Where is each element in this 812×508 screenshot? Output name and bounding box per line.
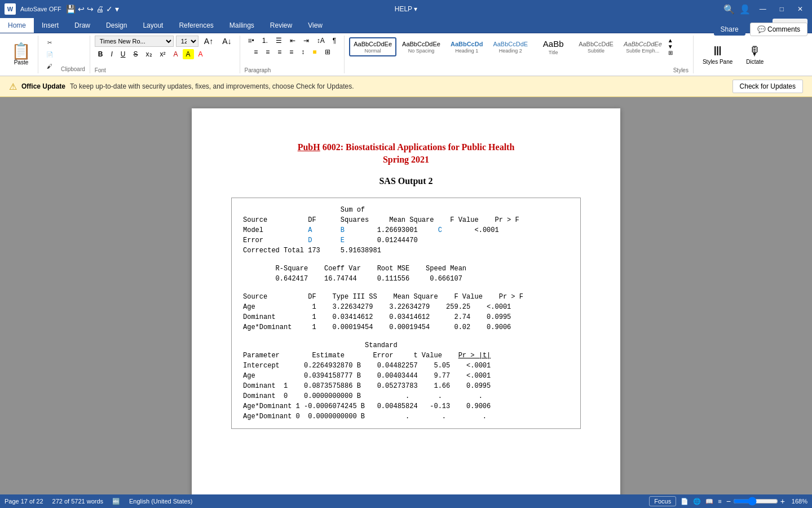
tab-insert[interactable]: Insert — [34, 18, 67, 33]
titlebar: W AutoSave OFF 💾 ↩ ↪ 🖨 ✓ ▾ HELP ▾ 🔍 👤 — … — [0, 0, 812, 18]
pubh-underline: PubH — [298, 142, 320, 152]
sas-table3-header: Standard Parameter Estimate Error t Valu… — [243, 340, 569, 361]
share-button[interactable]: Share — [714, 23, 745, 36]
subscript-button[interactable]: x₂ — [143, 49, 156, 59]
styles-expand-button[interactable]: ⊞ — [668, 50, 673, 56]
bullets-button[interactable]: ≡• — [245, 36, 258, 46]
user-icon[interactable]: 👤 — [739, 4, 751, 15]
copy-button[interactable]: 📄 — [41, 49, 59, 60]
styles-pane-button[interactable]: Ⅲ Styles Pane — [698, 42, 737, 67]
sort-button[interactable]: ↕A — [314, 36, 328, 46]
tab-home[interactable]: Home — [0, 18, 34, 33]
font-shrink-button[interactable]: A↓ — [219, 36, 235, 47]
multilevel-button[interactable]: ☰ — [272, 36, 285, 46]
underline-button[interactable]: U — [117, 49, 129, 59]
close-btn[interactable]: ✕ — [793, 4, 807, 14]
show-formatting-button[interactable]: ¶ — [329, 36, 339, 46]
bold-button[interactable]: B — [95, 49, 107, 59]
style-subtle-emph-label: Subtle Emph... — [626, 48, 659, 54]
titlebar-left: W AutoSave OFF 💾 ↩ ↪ 🖨 ✓ ▾ — [5, 3, 119, 15]
style-heading2[interactable]: AaBbCcDdE Heading 2 — [488, 37, 532, 56]
tab-layout[interactable]: Layout — [135, 18, 171, 33]
customize-icon[interactable]: ▾ — [115, 5, 119, 14]
web-layout-icon[interactable]: 🌐 — [693, 498, 701, 505]
clipboard-sub: ✂ 📄 🖌 — [38, 36, 59, 73]
spellcheck-icon[interactable]: ✓ — [106, 5, 113, 14]
styles-up-button[interactable]: ▲ — [668, 37, 673, 43]
style-normal-label: Normal — [365, 48, 381, 54]
font-grow-button[interactable]: A↑ — [201, 36, 217, 47]
align-center-button[interactable]: ≡ — [262, 47, 273, 57]
focus-button[interactable]: Focus — [649, 496, 676, 506]
app-logo: W — [5, 3, 16, 15]
line-spacing-button[interactable]: ↕ — [298, 47, 308, 57]
spelling-check-icon[interactable]: 🔤 — [112, 498, 120, 505]
tab-design[interactable]: Design — [98, 18, 135, 33]
superscript-button[interactable]: x² — [157, 49, 169, 59]
tab-review[interactable]: Review — [262, 18, 300, 33]
cut-button[interactable]: ✂ — [41, 37, 59, 48]
decrease-indent-button[interactable]: ⇤ — [286, 36, 299, 46]
copy-icon: 📄 — [46, 51, 53, 58]
font-name-select[interactable]: Times New Ro... — [95, 36, 174, 47]
font-size-select[interactable]: 12 — [176, 36, 198, 47]
style-no-spacing[interactable]: AaBbCcDdEe No Spacing — [398, 37, 445, 56]
tab-mailings[interactable]: Mailings — [222, 18, 262, 33]
format-painter-button[interactable]: 🖌 — [41, 61, 59, 72]
doc-title-line2: Spring 2021 — [231, 155, 581, 165]
numbering-button[interactable]: 1. — [259, 36, 271, 46]
maximize-btn[interactable]: □ — [775, 4, 788, 14]
extra-group: Ⅲ Styles Pane 🎙 Dictate — [694, 36, 773, 73]
style-subtitle[interactable]: AaBbCcDdE Subtitle — [574, 37, 618, 56]
titlebar-right: 🔍 👤 — □ ✕ — [723, 4, 807, 15]
borders-button[interactable]: ⊞ — [321, 47, 334, 57]
highlight-button[interactable]: A — [183, 49, 194, 59]
style-title[interactable]: AaBb Title — [533, 36, 573, 58]
sas-table2-header: Source DF Type III SS Mean Square F Valu… — [243, 292, 569, 302]
print-icon[interactable]: 🖨 — [96, 5, 104, 14]
justify-button[interactable]: ≡ — [286, 47, 297, 57]
align-right-button[interactable]: ≡ — [274, 47, 285, 57]
redo-icon[interactable]: ↪ — [87, 5, 94, 14]
align-left-button[interactable]: ≡ — [250, 47, 261, 57]
increase-indent-button[interactable]: ⇥ — [300, 36, 312, 46]
zoom-in-button[interactable]: + — [780, 497, 785, 506]
styles-down-button[interactable]: ▼ — [668, 43, 673, 50]
document-page: PubH 6002: Biostatistical Applications f… — [192, 108, 620, 494]
doc-heading: SAS Output 2 — [231, 176, 581, 186]
check-updates-button[interactable]: Check for Updates — [732, 80, 803, 93]
zoom-level[interactable]: 168% — [787, 498, 807, 505]
zoom-slider[interactable] — [733, 497, 778, 506]
paste-icon: 📋 — [11, 43, 31, 59]
comments-button[interactable]: 💬 Comments — [750, 23, 807, 36]
tab-draw[interactable]: Draw — [67, 18, 98, 33]
read-mode-icon[interactable]: 📖 — [705, 498, 713, 505]
strikethrough-button[interactable]: S — [130, 49, 142, 59]
style-title-preview: AaBb — [543, 38, 564, 50]
italic-button[interactable]: I — [107, 49, 116, 59]
save-icon[interactable]: 💾 — [66, 5, 76, 14]
print-layout-icon[interactable]: 📄 — [681, 498, 689, 505]
font-color-button[interactable]: A — [195, 49, 206, 59]
style-heading1[interactable]: AaBbCcDd Heading 1 — [446, 37, 487, 56]
ribbon-tabs: Home Insert Draw Design Layout Reference… — [0, 18, 812, 33]
list-row: ≡• 1. ☰ ⇤ ⇥ ↕A ¶ — [245, 36, 340, 46]
shading-button[interactable]: ■ — [309, 47, 320, 57]
undo-icon[interactable]: ↩ — [78, 5, 85, 14]
style-normal[interactable]: AaBbCcDdEe Normal — [349, 37, 396, 56]
minimize-btn[interactable]: — — [755, 4, 771, 14]
outline-view-icon[interactable]: ≡ — [718, 498, 721, 505]
tab-view[interactable]: View — [300, 18, 330, 33]
tab-references[interactable]: References — [171, 18, 221, 33]
language[interactable]: English (United States) — [129, 498, 193, 505]
style-no-spacing-preview: AaBbCcDdEe — [402, 40, 440, 48]
dictate-button[interactable]: 🎙 Dictate — [742, 42, 768, 67]
search-icon[interactable]: 🔍 — [723, 4, 735, 15]
paste-button[interactable]: 📋 Paste — [7, 41, 36, 68]
font-group: Times New Ro... 12 A↑ A↓ B I U S x₂ x² A… — [90, 36, 240, 73]
style-subtitle-label: Subtitle — [588, 48, 604, 54]
style-subtle-emph[interactable]: AaBbCcDdEe Subtle Emph... — [619, 37, 667, 56]
text-effects-button[interactable]: A — [170, 49, 182, 59]
zoom-out-button[interactable]: − — [726, 497, 731, 506]
clipboard-label: Clipboard — [59, 64, 85, 73]
